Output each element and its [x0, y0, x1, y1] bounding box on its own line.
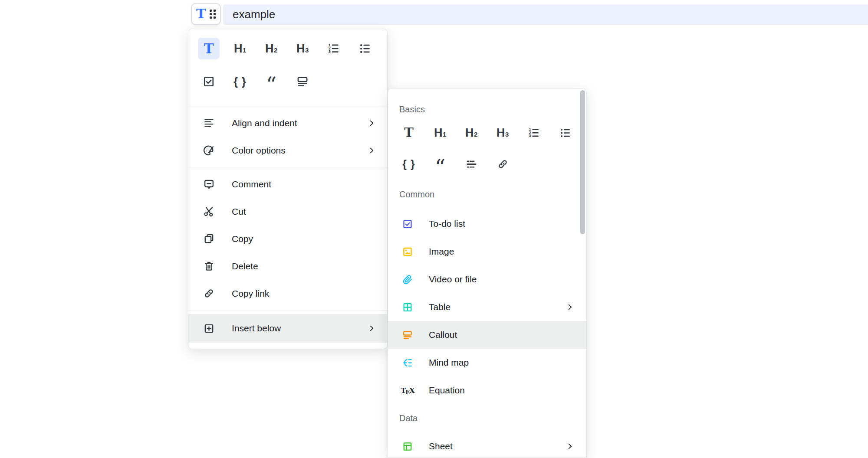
menu-item-comment[interactable]: Comment	[188, 170, 387, 198]
paperclip-icon	[402, 274, 413, 285]
menu-item-label: Color options	[232, 145, 286, 156]
tile-numbered-list[interactable]: 1 2 3	[323, 38, 345, 59]
chevron-right-icon	[367, 324, 376, 333]
bulleted-list-icon	[358, 42, 372, 55]
menu-item-label: Comment	[232, 179, 271, 190]
tile-heading-1[interactable]: H1	[229, 38, 251, 59]
divider-icon	[465, 158, 478, 170]
insert-tile-heading-2[interactable]: H2	[461, 122, 482, 143]
heading-2-icon: H2	[265, 42, 277, 56]
insert-item-label: Callout	[429, 330, 457, 340]
tile-callout[interactable]	[292, 71, 313, 92]
mind-map-icon	[402, 357, 413, 369]
insert-item-label: Video or file	[429, 274, 477, 285]
text-block-type-icon[interactable]: T	[196, 7, 206, 20]
menu-item-copy[interactable]: Copy	[188, 225, 387, 252]
svg-text:3: 3	[329, 49, 331, 54]
menu-item-label: Insert below	[232, 323, 281, 334]
tile-quote[interactable]: “	[260, 71, 282, 92]
insert-item-image[interactable]: Image	[388, 238, 586, 265]
menu-item-label: Copy link	[232, 288, 269, 299]
tex-equation-icon: TEX	[402, 386, 413, 395]
heading-3-icon: H3	[496, 126, 509, 140]
callout-icon	[402, 329, 413, 341]
insert-tile-code-block[interactable]: { }	[398, 154, 419, 174]
align-indent-icon	[201, 117, 217, 129]
tile-bulleted-list[interactable]	[354, 38, 376, 59]
menu-item-align-and-indent[interactable]: Align and indent	[188, 109, 387, 137]
insert-item-todo-list[interactable]: To-do list	[388, 210, 586, 238]
insert-tile-quote[interactable]: “	[430, 154, 450, 174]
menu-item-copy-link[interactable]: Copy link	[188, 280, 387, 307]
insert-tile-heading-3[interactable]: H3	[492, 122, 513, 143]
heading-1-icon: H1	[434, 126, 446, 140]
code-braces-icon: { }	[402, 158, 415, 170]
insert-item-sheet[interactable]: Sheet	[388, 432, 586, 458]
tile-text[interactable]: T	[198, 38, 220, 59]
insert-item-label: To-do list	[429, 219, 465, 229]
link-icon	[201, 288, 217, 299]
table-icon	[402, 301, 413, 313]
insert-tile-divider[interactable]	[461, 154, 482, 174]
sheet-icon	[402, 441, 413, 452]
insert-tile-heading-1[interactable]: H1	[430, 122, 450, 143]
trash-icon	[201, 260, 217, 272]
insert-item-table[interactable]: Table	[388, 293, 586, 321]
text-style-icon: T	[204, 42, 214, 56]
chevron-right-icon	[566, 303, 574, 311]
insert-below-submenu: Basics T H1 H2 H3 1 2 3	[388, 88, 587, 458]
editor-canvas: T example T H1 H2 H3	[0, 0, 868, 458]
menu-item-label: Align and indent	[232, 118, 297, 128]
heading-3-icon: H3	[296, 42, 309, 56]
quote-icon: “	[266, 80, 277, 89]
chevron-right-icon	[367, 146, 376, 155]
tile-heading-2[interactable]: H2	[260, 38, 282, 59]
insert-item-label: Image	[429, 246, 454, 257]
insert-item-mind-map[interactable]: Mind map	[388, 349, 586, 376]
text-style-icon: T	[404, 127, 414, 139]
block-context-menu: T H1 H2 H3 1 2 3	[188, 29, 388, 349]
copy-icon	[201, 233, 217, 245]
drag-handle-icon[interactable]	[210, 10, 216, 19]
checkbox-icon	[202, 75, 215, 88]
numbered-list-icon: 1 2 3	[528, 127, 540, 139]
insert-tile-text[interactable]: T	[398, 122, 419, 143]
code-braces-icon: { }	[233, 75, 246, 88]
insert-item-equation[interactable]: TEX Equation	[388, 376, 586, 404]
block-text[interactable]: example	[233, 8, 275, 21]
insert-tile-numbered-list[interactable]: 1 2 3	[523, 122, 544, 143]
insert-item-callout[interactable]: Callout	[388, 321, 586, 349]
menu-item-delete[interactable]: Delete	[188, 252, 387, 280]
tile-code-block[interactable]: { }	[229, 71, 251, 92]
chevron-right-icon	[367, 119, 376, 128]
menu-item-label: Copy	[232, 234, 253, 244]
selected-text-block[interactable]: example	[223, 4, 868, 25]
block-handle[interactable]: T	[191, 3, 221, 25]
insert-item-video-or-file[interactable]: Video or file	[388, 265, 586, 293]
scissors-icon	[201, 206, 217, 217]
heading-1-icon: H1	[234, 42, 246, 56]
svg-text:3: 3	[529, 134, 531, 138]
section-header-data: Data	[388, 413, 586, 423]
quote-icon: “	[435, 162, 446, 172]
menu-item-label: Delete	[232, 261, 258, 272]
menu-item-cut[interactable]: Cut	[188, 198, 387, 225]
comment-icon	[201, 178, 217, 190]
menu-item-insert-below[interactable]: Insert below	[188, 314, 387, 343]
scrollbar-thumb[interactable]	[580, 90, 585, 234]
link-icon	[497, 158, 509, 170]
callout-icon	[296, 75, 309, 88]
color-palette-icon	[201, 144, 217, 156]
menu-item-label: Cut	[232, 206, 246, 217]
menu-item-color-options[interactable]: Color options	[188, 137, 387, 164]
tile-todo-list[interactable]	[198, 71, 220, 92]
tile-heading-3[interactable]: H3	[292, 38, 313, 59]
insert-below-icon	[201, 323, 217, 334]
todo-checkbox-icon	[402, 218, 413, 230]
image-icon	[402, 246, 413, 258]
insert-item-label: Equation	[429, 385, 465, 396]
section-header-basics: Basics	[388, 104, 586, 114]
insert-tile-link[interactable]	[492, 154, 513, 174]
bulleted-list-icon	[559, 127, 572, 139]
insert-tile-bulleted-list[interactable]	[555, 122, 575, 143]
